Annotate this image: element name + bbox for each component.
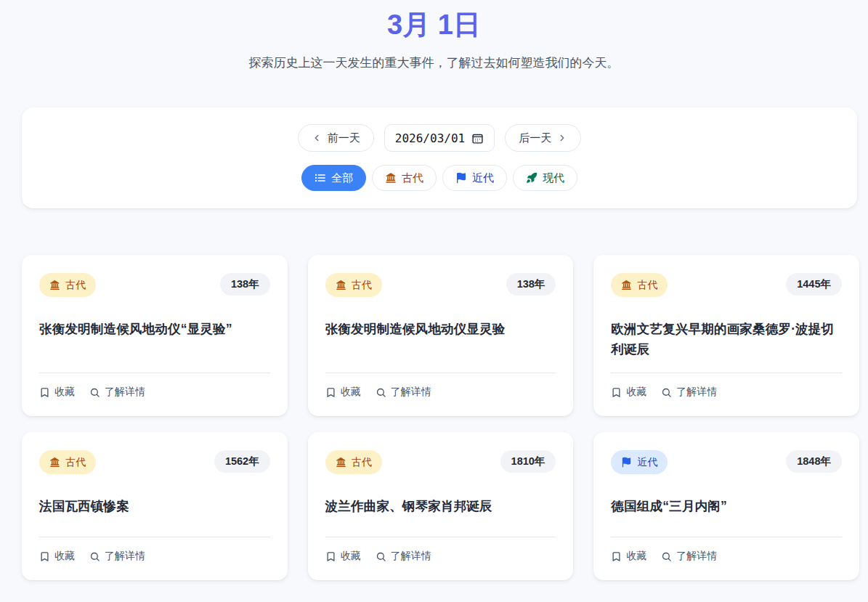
category-badge: 古代: [39, 450, 96, 474]
card-footer: 收藏 了解详情: [325, 373, 556, 399]
event-card[interactable]: 古代 1445年 欧洲文艺复兴早期的画家桑德罗·波提切利诞辰 收藏: [593, 255, 859, 416]
landmark-icon: [385, 172, 397, 184]
search-icon: [376, 551, 386, 562]
bookmark-icon: [611, 387, 622, 398]
category-label: 古代: [65, 456, 86, 469]
bookmark-icon: [325, 387, 336, 398]
event-card[interactable]: 近代 1848年 德国组成“三月内阁” 收藏: [593, 432, 859, 580]
next-day-button[interactable]: 后一天: [505, 124, 581, 152]
bookmark-label: 收藏: [54, 386, 75, 399]
rocket-icon: [526, 172, 538, 184]
bookmark-button[interactable]: 收藏: [325, 386, 361, 399]
card-footer: 收藏 了解详情: [611, 537, 842, 563]
filter-modern-label: 近代: [472, 171, 494, 185]
event-title: 法国瓦西镇惨案: [39, 496, 270, 516]
details-button[interactable]: 了解详情: [376, 550, 431, 563]
bookmark-label: 收藏: [341, 550, 361, 563]
bookmark-icon: [39, 387, 50, 398]
card-spacer: [611, 359, 842, 373]
bookmark-label: 收藏: [626, 550, 646, 563]
card-footer: 收藏 了解详情: [39, 537, 270, 563]
category-filters: 全部 古代 近代: [22, 165, 857, 191]
event-title: 德国组成“三月内阁”: [611, 496, 842, 516]
event-card[interactable]: 古代 138年 张衡发明制造候风地动仪显灵验 收藏: [308, 255, 574, 416]
page-title: 3月 1日: [0, 7, 868, 43]
landmark-icon: [49, 280, 60, 290]
year-badge: 1562年: [214, 450, 270, 473]
filter-ancient-label: 古代: [402, 171, 423, 185]
details-button[interactable]: 了解详情: [661, 550, 717, 563]
filter-ancient-button[interactable]: 古代: [372, 165, 437, 191]
date-nav: 前一天 2026/03/01 后一天: [22, 124, 857, 152]
bookmark-label: 收藏: [626, 386, 646, 399]
event-card[interactable]: 古代 138年 张衡发明制造候风地动仪“显灵验” 收藏: [22, 255, 288, 416]
chevron-right-icon: [557, 133, 567, 143]
event-title: 欧洲文艺复兴早期的画家桑德罗·波提切利诞辰: [611, 319, 842, 359]
calendar-icon[interactable]: [471, 132, 484, 145]
filter-modern-button[interactable]: 近代: [442, 165, 507, 191]
events-grid: 古代 138年 张衡发明制造候风地动仪“显灵验” 收藏: [22, 255, 859, 580]
filter-all-button[interactable]: 全部: [301, 165, 366, 191]
bookmark-button[interactable]: 收藏: [39, 386, 75, 399]
category-label: 古代: [352, 279, 372, 292]
details-label: 了解详情: [105, 386, 145, 399]
flag-icon: [621, 457, 632, 468]
event-title: 波兰作曲家、钢琴家肖邦诞辰: [325, 496, 556, 516]
landmark-icon: [49, 457, 60, 468]
search-icon: [661, 387, 672, 398]
filter-all-label: 全部: [331, 171, 353, 185]
filter-contemporary-button[interactable]: 现代: [513, 165, 577, 191]
bookmark-button[interactable]: 收藏: [39, 550, 75, 563]
category-badge: 近代: [611, 450, 668, 474]
search-icon: [89, 551, 100, 562]
date-input[interactable]: 2026/03/01: [384, 124, 495, 152]
details-label: 了解详情: [391, 386, 431, 399]
card-spacer: [39, 339, 270, 373]
filter-panel: 前一天 2026/03/01 后一天: [22, 107, 857, 208]
year-badge: 138年: [506, 273, 556, 296]
search-icon: [376, 387, 386, 398]
card-head: 古代 1562年: [39, 450, 270, 474]
details-button[interactable]: 了解详情: [376, 386, 431, 399]
details-button[interactable]: 了解详情: [89, 386, 145, 399]
date-value: 2026/03/01: [395, 131, 465, 145]
card-footer: 收藏 了解详情: [39, 373, 270, 399]
category-label: 古代: [637, 279, 657, 292]
event-card[interactable]: 古代 1562年 法国瓦西镇惨案 收藏: [22, 432, 288, 580]
search-icon: [661, 551, 672, 562]
bookmark-icon: [611, 551, 622, 562]
details-label: 了解详情: [676, 550, 717, 563]
details-button[interactable]: 了解详情: [661, 386, 717, 399]
chevron-left-icon: [312, 133, 322, 143]
event-title: 张衡发明制造候风地动仪“显灵验”: [39, 319, 270, 339]
landmark-icon: [336, 457, 346, 468]
next-day-label: 后一天: [519, 131, 551, 145]
category-label: 古代: [352, 456, 372, 469]
prev-day-button[interactable]: 前一天: [298, 124, 374, 152]
search-icon: [89, 387, 100, 398]
landmark-icon: [336, 280, 346, 290]
event-title: 张衡发明制造候风地动仪显灵验: [325, 319, 556, 339]
bookmark-button[interactable]: 收藏: [611, 386, 646, 399]
bookmark-label: 收藏: [341, 386, 361, 399]
year-badge: 138年: [220, 273, 270, 296]
category-label: 近代: [637, 456, 657, 469]
details-label: 了解详情: [391, 550, 431, 563]
category-badge: 古代: [39, 273, 96, 297]
year-badge: 1445年: [786, 273, 842, 296]
category-badge: 古代: [325, 450, 382, 474]
event-card[interactable]: 古代 1810年 波兰作曲家、钢琴家肖邦诞辰 收藏: [308, 432, 574, 580]
details-button[interactable]: 了解详情: [89, 550, 145, 563]
card-spacer: [325, 339, 556, 373]
card-head: 古代 1810年: [325, 450, 556, 474]
bookmark-button[interactable]: 收藏: [325, 550, 361, 563]
page-header: 3月 1日 探索历史上这一天发生的重大事件，了解过去如何塑造我们的今天。: [0, 0, 868, 71]
card-footer: 收藏 了解详情: [611, 373, 842, 399]
card-head: 古代 138年: [39, 273, 270, 297]
year-badge: 1810年: [500, 450, 556, 473]
bookmark-button[interactable]: 收藏: [611, 550, 646, 563]
page-subtitle: 探索历史上这一天发生的重大事件，了解过去如何塑造我们的今天。: [0, 54, 868, 71]
list-icon: [315, 172, 326, 184]
card-head: 古代 1445年: [611, 273, 842, 297]
landmark-icon: [621, 280, 632, 290]
